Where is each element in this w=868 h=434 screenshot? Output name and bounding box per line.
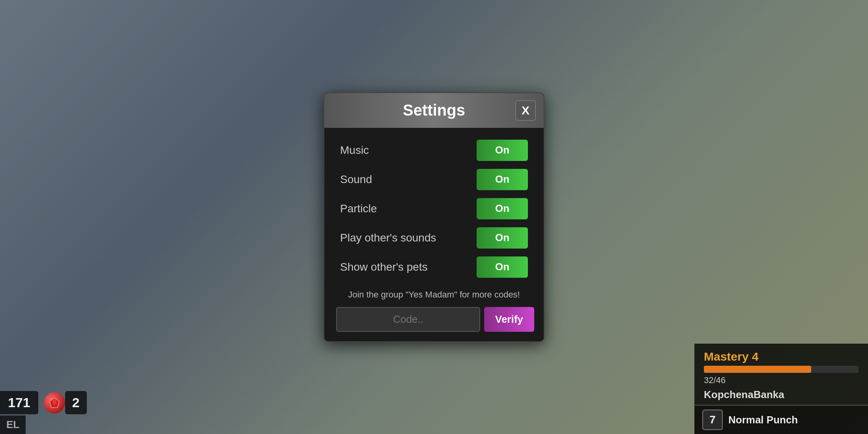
modal-title: Settings: [353, 101, 515, 119]
code-row: Verify: [332, 307, 536, 332]
setting-label-sound: Sound: [340, 173, 372, 186]
setting-row-particle: Particle On: [340, 196, 528, 222]
setting-label-others-pets: Show other's pets: [340, 261, 428, 273]
particle-toggle[interactable]: On: [477, 198, 528, 219]
others-pets-toggle[interactable]: On: [477, 256, 528, 278]
settings-modal: Settings X Music On Sound On Particle On: [324, 92, 544, 342]
verify-button[interactable]: Verify: [484, 307, 534, 332]
close-button[interactable]: X: [515, 100, 536, 121]
code-input[interactable]: [336, 307, 480, 332]
music-toggle[interactable]: On: [477, 140, 528, 161]
setting-row-sound: Sound On: [340, 166, 528, 193]
setting-row-music: Music On: [340, 137, 528, 163]
settings-list: Music On Sound On Particle On Play other…: [324, 137, 544, 280]
setting-label-music: Music: [340, 144, 369, 157]
modal-overlay: Settings X Music On Sound On Particle On: [0, 0, 868, 434]
setting-row-others-sounds: Play other's sounds On: [340, 225, 528, 251]
sound-toggle[interactable]: On: [477, 169, 528, 190]
promo-text: Join the group "Yes Madam" for more code…: [332, 290, 536, 300]
others-sounds-toggle[interactable]: On: [477, 227, 528, 249]
setting-label-particle: Particle: [340, 202, 377, 215]
modal-header: Settings X: [324, 93, 544, 128]
setting-label-others-sounds: Play other's sounds: [340, 232, 436, 244]
setting-row-others-pets: Show other's pets On: [340, 254, 528, 280]
